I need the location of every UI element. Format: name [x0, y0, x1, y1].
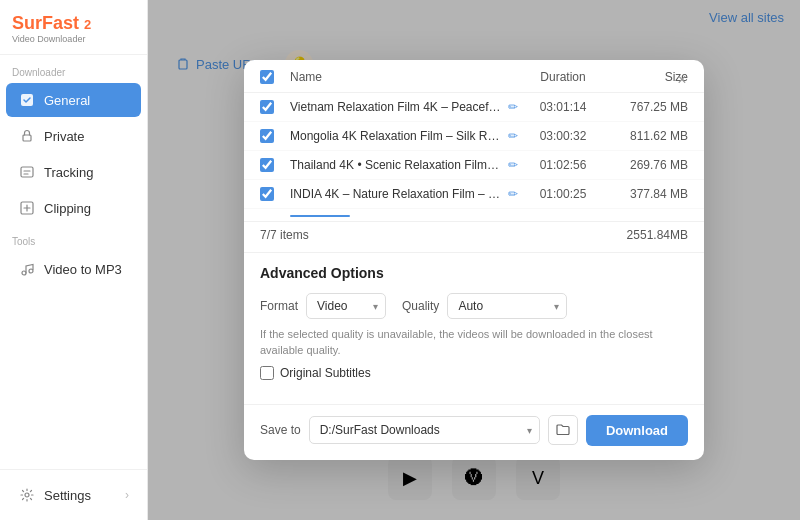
name-column-header: Name — [290, 70, 518, 84]
sidebar-item-private[interactable]: Private — [6, 119, 141, 153]
sidebar-item-video-to-mp3-label: Video to MP3 — [44, 262, 122, 277]
format-label: Format — [260, 299, 298, 313]
format-group: Format Video Audio — [260, 293, 386, 319]
row-name-4: INDIA 4K – Nature Relaxation Film – Peac… — [290, 187, 518, 201]
settings-label: Settings — [44, 488, 91, 503]
quality-select[interactable]: Auto 1080p 720p 480p — [447, 293, 567, 319]
row-checkbox-1[interactable] — [260, 100, 274, 114]
quality-label: Quality — [402, 299, 439, 313]
table-row: Mongolia 4K Relaxation Film – Silk Road … — [244, 122, 704, 151]
table-row: INDIA 4K – Nature Relaxation Film – Peac… — [244, 180, 704, 209]
row-checkbox-4[interactable] — [260, 187, 274, 201]
svg-point-5 — [29, 269, 33, 273]
edit-icon-1[interactable]: ✏ — [508, 100, 518, 114]
quality-group: Quality Auto 1080p 720p 480p — [402, 293, 567, 319]
sidebar-footer: Settings › — [0, 469, 147, 520]
sidebar-item-clipping[interactable]: Clipping — [6, 191, 141, 225]
subtitle-row: Original Subtitles — [260, 366, 688, 380]
table-row: Vietnam Relaxation Film 4K – Peaceful Re… — [244, 93, 704, 122]
svg-rect-1 — [23, 135, 31, 141]
sidebar: SurFast 2 Video Downloader Downloader Ge… — [0, 0, 148, 520]
sidebar-item-general-label: General — [44, 93, 90, 108]
sidebar-item-tracking-label: Tracking — [44, 165, 93, 180]
row-duration-2: 03:00:32 — [518, 129, 608, 143]
table-row: Thailand 4K • Scenic Relaxation Film wit… — [244, 151, 704, 180]
select-all-checkbox[interactable] — [260, 70, 274, 84]
table-header: Name Duration Size — [244, 60, 704, 93]
row-name-3: Thailand 4K • Scenic Relaxation Film wit… — [290, 158, 518, 172]
settings-item[interactable]: Settings › — [6, 478, 141, 512]
file-table: Name Duration Size Vietnam Relaxation Fi… — [244, 60, 704, 252]
sidebar-item-general[interactable]: General — [6, 83, 141, 117]
sidebar-item-video-to-mp3[interactable]: Video to MP3 — [6, 252, 141, 286]
svg-point-4 — [22, 271, 26, 275]
music-icon — [18, 260, 36, 278]
browse-folder-button[interactable] — [548, 415, 578, 445]
app-logo: SurFast 2 Video Downloader — [0, 0, 147, 55]
save-to-label: Save to — [260, 423, 301, 437]
sidebar-item-private-label: Private — [44, 129, 84, 144]
download-dialog: × Name Duration Size Vietnam Relaxation … — [244, 60, 704, 460]
row-duration-1: 03:01:14 — [518, 100, 608, 114]
sidebar-item-tracking[interactable]: Tracking — [6, 155, 141, 189]
subtitle-checkbox[interactable] — [260, 366, 274, 380]
format-quality-row: Format Video Audio Quality — [260, 293, 688, 319]
app-shell: SurFast 2 Video Downloader Downloader Ge… — [0, 0, 800, 520]
edit-icon-2[interactable]: ✏ — [508, 129, 518, 143]
duration-column-header: Duration — [518, 70, 608, 84]
row-checkbox-2[interactable] — [260, 129, 274, 143]
general-icon — [18, 91, 36, 109]
row-duration-4: 01:00:25 — [518, 187, 608, 201]
sidebar-section-downloader: Downloader — [0, 55, 147, 82]
format-select-wrapper: Video Audio — [306, 293, 386, 319]
loading-progress-bar — [290, 215, 350, 217]
folder-icon — [555, 422, 571, 438]
row-name-2: Mongolia 4K Relaxation Film – Silk Road … — [290, 129, 518, 143]
advanced-options-title: Advanced Options — [260, 265, 688, 281]
sidebar-section-tools: Tools — [0, 226, 147, 251]
row-checkbox-3[interactable] — [260, 158, 274, 172]
format-select[interactable]: Video Audio — [306, 293, 386, 319]
save-to-row: Save to D:/SurFast Downloads Download — [244, 404, 704, 460]
items-count: 7/7 items — [260, 228, 309, 242]
svg-point-6 — [25, 493, 29, 497]
row-size-2: 811.62 MB — [608, 129, 688, 143]
tracking-icon — [18, 163, 36, 181]
table-footer: 7/7 items 2551.84MB — [244, 221, 704, 252]
quality-select-wrapper: Auto 1080p 720p 480p — [447, 293, 567, 319]
row-size-4: 377.84 MB — [608, 187, 688, 201]
sidebar-item-clipping-label: Clipping — [44, 201, 91, 216]
save-path-wrapper: D:/SurFast Downloads — [309, 416, 540, 444]
loading-progress-row — [244, 209, 704, 221]
download-button[interactable]: Download — [586, 415, 688, 446]
private-icon — [18, 127, 36, 145]
edit-icon-3[interactable]: ✏ — [508, 158, 518, 172]
edit-icon-4[interactable]: ✏ — [508, 187, 518, 201]
total-size: 2551.84MB — [627, 228, 688, 242]
dialog-overlay: × Name Duration Size Vietnam Relaxation … — [148, 0, 800, 520]
row-size-3: 269.76 MB — [608, 158, 688, 172]
dialog-close-button[interactable]: × — [672, 70, 692, 90]
quality-info-text: If the selected quality is unavailable, … — [260, 327, 688, 358]
settings-chevron-icon: › — [125, 488, 129, 502]
svg-rect-2 — [21, 167, 33, 177]
clipping-icon — [18, 199, 36, 217]
row-name-1: Vietnam Relaxation Film 4K – Peaceful Re… — [290, 100, 518, 114]
main-content: PRO View all sites ▶ 🅥 V Paste URLs — [148, 0, 800, 520]
advanced-options-section: Advanced Options Format Video Audio — [244, 252, 704, 404]
save-path-select[interactable]: D:/SurFast Downloads — [309, 416, 540, 444]
settings-icon — [18, 486, 36, 504]
row-size-1: 767.25 MB — [608, 100, 688, 114]
subtitle-label: Original Subtitles — [280, 366, 371, 380]
row-duration-3: 01:02:56 — [518, 158, 608, 172]
